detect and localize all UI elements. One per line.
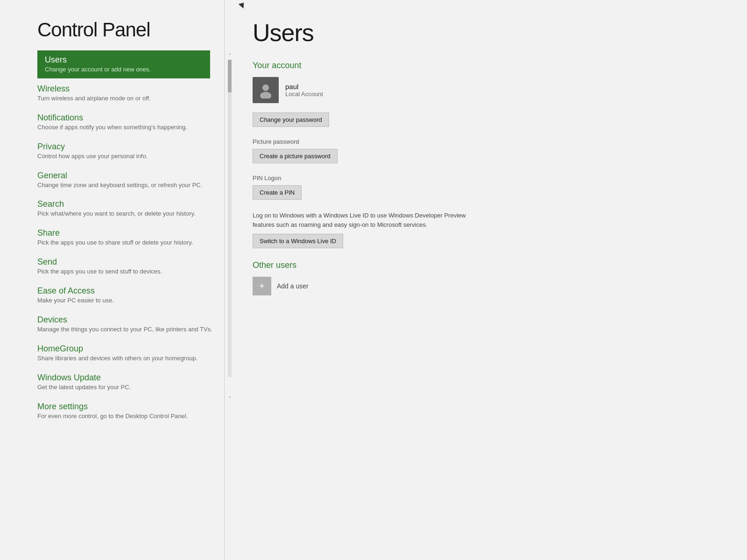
scroll-down-arrow[interactable]: ⌄: [228, 391, 232, 400]
scroll-up-arrow[interactable]: ⌃: [228, 50, 232, 60]
sidebar-item-windows-update[interactable]: Windows UpdateGet the latest updates for…: [37, 368, 224, 396]
your-account-label: Your account: [253, 61, 747, 70]
sidebar-item-title: Search: [37, 199, 217, 209]
other-users-section: Other users + Add a user: [253, 260, 747, 295]
sidebar-item-share[interactable]: SharePick the apps you use to share stuf…: [37, 224, 224, 252]
scrollbar-bg: [228, 60, 232, 377]
sidebar-item-wireless[interactable]: WirelessTurn wireless and airplane mode …: [37, 79, 224, 107]
sidebar-item-desc: Change time zone and keyboard settings, …: [37, 182, 217, 189]
sidebar-item-send[interactable]: SendPick the apps you use to send stuff …: [37, 252, 224, 280]
sidebar-item-desc: Pick the apps you use to send stuff to d…: [37, 268, 217, 276]
user-type: Local Account: [285, 91, 323, 98]
plus-icon: +: [259, 281, 265, 292]
sidebar-item-ease-of-access[interactable]: Ease of AccessMake your PC easier to use…: [37, 281, 224, 309]
sidebar-item-desc: Choose if apps notify you when something…: [37, 124, 217, 132]
sidebar-item-title: Users: [45, 55, 203, 65]
scrollbar-track: ⌃ ⌄: [228, 50, 232, 400]
sidebar-item-title: Notifications: [37, 113, 217, 123]
live-id-section: Log on to Windows with a Windows Live ID…: [253, 211, 747, 251]
sidebar-item-desc: Change your account or add new ones.: [45, 66, 203, 74]
switch-live-id-button[interactable]: Switch to a Windows Live ID: [253, 234, 343, 248]
sidebar-item-title: Wireless: [37, 84, 217, 94]
add-user-label[interactable]: Add a user: [277, 282, 309, 290]
svg-point-1: [260, 92, 271, 98]
your-account-section: Your account paul Local Account Change y…: [253, 61, 747, 130]
user-info: paul Local Account: [285, 83, 323, 98]
app-title: Control Panel: [37, 19, 224, 41]
sidebar-item-desc: Get the latest updates for your PC.: [37, 384, 217, 392]
sidebar-item-title: General: [37, 171, 217, 181]
scrollbar-thumb[interactable]: [228, 60, 232, 92]
sidebar-item-title: Privacy: [37, 142, 217, 152]
change-password-button[interactable]: Change your password: [253, 112, 329, 127]
page-title: Users: [253, 19, 747, 47]
sidebar-item-title: Windows Update: [37, 373, 217, 383]
add-user-button[interactable]: +: [253, 277, 271, 295]
add-user-row: + Add a user: [253, 277, 747, 295]
live-id-info: Log on to Windows with a Windows Live ID…: [253, 211, 467, 229]
other-users-title: Other users: [253, 260, 747, 270]
picture-password-section: Picture password Create a picture passwo…: [253, 138, 747, 166]
sidebar-item-title: HomeGroup: [37, 344, 217, 354]
sidebar-item-title: More settings: [37, 402, 217, 412]
sidebar-item-notifications[interactable]: NotificationsChoose if apps notify you w…: [37, 108, 224, 136]
svg-point-0: [262, 84, 269, 91]
sidebar-item-general[interactable]: GeneralChange time zone and keyboard set…: [37, 166, 224, 194]
sidebar-item-desc: Pick the apps you use to share stuff or …: [37, 239, 217, 247]
sidebar-item-devices[interactable]: DevicesManage the things you connect to …: [37, 310, 224, 338]
sidebar-item-search[interactable]: SearchPick what/where you want to search…: [37, 195, 224, 223]
sidebar-item-title: Ease of Access: [37, 286, 217, 296]
sidebar-item-title: Share: [37, 228, 217, 238]
pin-logon-section: PIN Logon Create a PIN: [253, 175, 747, 203]
sidebar-item-title: Devices: [37, 315, 217, 325]
user-account-row: paul Local Account: [253, 77, 747, 103]
create-picture-password-button[interactable]: Create a picture password: [253, 149, 338, 163]
sidebar-item-desc: For even more control, go to the Desktop…: [37, 413, 217, 420]
sidebar-item-homegroup[interactable]: HomeGroupShare libraries and devices wit…: [37, 339, 224, 367]
sidebar-item-desc: Turn wireless and airplane mode on or of…: [37, 95, 217, 103]
sidebar-item-users[interactable]: UsersChange your account or add new ones…: [37, 50, 210, 78]
sidebar-item-more-settings[interactable]: More settingsFor even more control, go t…: [37, 397, 224, 425]
sidebar-item-desc: Pick what/where you want to search, or d…: [37, 210, 217, 218]
user-name: paul: [285, 83, 323, 91]
sidebar-item-title: Send: [37, 257, 217, 267]
sidebar-item-desc: Share libraries and devices with others …: [37, 355, 217, 363]
create-pin-button[interactable]: Create a PIN: [253, 185, 302, 200]
sidebar-item-desc: Make your PC easier to use.: [37, 297, 217, 305]
sidebar: Control Panel UsersChange your account o…: [0, 0, 224, 560]
avatar: [253, 77, 279, 103]
sidebar-nav: UsersChange your account or add new ones…: [37, 50, 224, 425]
picture-password-label: Picture password: [253, 138, 747, 145]
sidebar-item-desc: Control how apps use your personal info.: [37, 153, 217, 161]
sidebar-item-privacy[interactable]: PrivacyControl how apps use your persona…: [37, 137, 224, 165]
user-icon: [257, 82, 274, 98]
sidebar-item-desc: Manage the things you connect to your PC…: [37, 326, 217, 334]
main-content: Users Your account paul Local Account Ch…: [225, 0, 747, 560]
pin-logon-label: PIN Logon: [253, 175, 747, 182]
